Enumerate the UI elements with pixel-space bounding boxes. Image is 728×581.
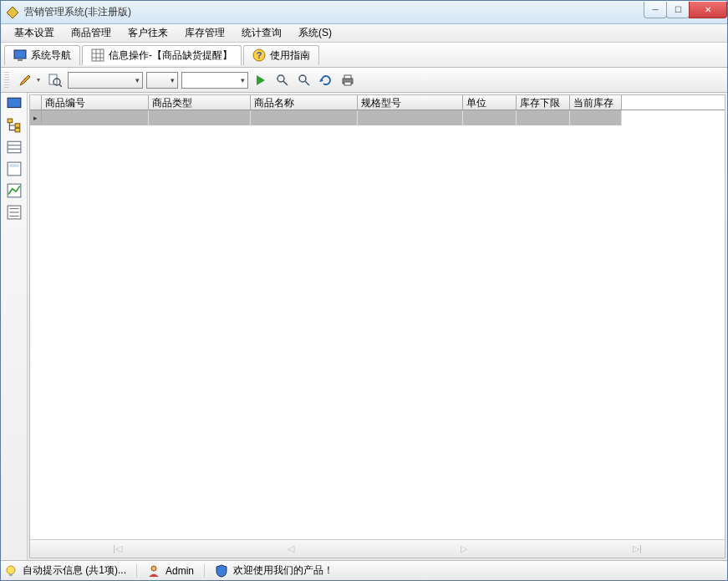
edit-button[interactable]: ▾: [16, 71, 43, 89]
sidebar-chart-icon[interactable]: [7, 183, 22, 198]
row-header-corner[interactable]: [30, 95, 42, 110]
minimize-button[interactable]: ─: [644, 2, 667, 18]
tab-user-guide[interactable]: ? 使用指南: [243, 45, 319, 65]
bulb-icon: [4, 564, 18, 578]
nav-last-button[interactable]: ▷|: [633, 543, 642, 554]
printer-icon: [341, 74, 354, 87]
magnify-icon: [298, 74, 311, 87]
refresh-icon: [319, 74, 333, 87]
page-magnify-icon: [48, 74, 62, 87]
sidebar-form-icon[interactable]: [7, 161, 22, 176]
cell: [463, 110, 517, 125]
play-icon: [255, 74, 267, 86]
svg-rect-23: [8, 119, 13, 123]
svg-rect-22: [8, 98, 21, 107]
tab-label: 系统导航: [31, 48, 71, 63]
svg-text:?: ?: [257, 50, 262, 60]
nav-first-button[interactable]: |◁: [113, 543, 122, 554]
menubar: 基本设置 商品管理 客户往来 库存管理 统计查询 系统(S): [1, 24, 727, 43]
separator: [136, 564, 137, 578]
table-row[interactable]: ▸: [30, 110, 725, 125]
cell: [251, 110, 358, 125]
run-button[interactable]: [252, 71, 270, 89]
tab-info-operation[interactable]: 信息操作-【商品缺货提醒】: [82, 45, 242, 65]
svg-line-12: [59, 84, 62, 87]
grid-header: 商品编号 商品类型 商品名称 规格型号 单位 库存下限 当前库存: [30, 95, 725, 110]
record-navigator: |◁ ◁ ▷ ▷|: [30, 539, 725, 558]
sidebar-list-icon[interactable]: [7, 205, 22, 220]
maximize-button[interactable]: ☐: [666, 2, 690, 18]
column-header-product-name[interactable]: 商品名称: [251, 95, 358, 110]
column-header-current-stock[interactable]: 当前库存: [570, 95, 622, 110]
filter-combo-3[interactable]: [181, 72, 248, 89]
svg-rect-24: [15, 124, 20, 128]
svg-marker-0: [7, 7, 18, 18]
filter-combo-1[interactable]: [68, 72, 143, 89]
svg-marker-18: [319, 79, 323, 82]
shield-icon: [215, 564, 228, 578]
sidebar-tree-icon[interactable]: [7, 118, 22, 133]
chevron-down-icon: ▾: [34, 71, 43, 89]
print-button[interactable]: [339, 71, 357, 89]
menu-statistics[interactable]: 统计查询: [233, 24, 290, 42]
cell: [149, 110, 251, 125]
svg-rect-21: [344, 82, 351, 85]
cell: [42, 110, 149, 125]
svg-rect-30: [9, 164, 18, 166]
app-icon: [6, 6, 19, 19]
menu-system[interactable]: 系统(S): [290, 24, 340, 42]
svg-point-14: [277, 75, 284, 82]
cell: [570, 110, 622, 125]
tab-system-nav[interactable]: 系统导航: [4, 45, 80, 65]
app-window: 营销管理系统(非注册版) ─ ☐ ✕ 基本设置 商品管理 客户往来 库存管理 统…: [0, 0, 728, 581]
column-header-product-code[interactable]: 商品编号: [42, 95, 149, 110]
svg-rect-2: [18, 59, 23, 61]
separator: [204, 564, 205, 578]
search-button-2[interactable]: [295, 71, 313, 89]
status-hint[interactable]: 自动提示信息 (共1项)...: [23, 563, 126, 578]
row-indicator-icon: ▸: [30, 110, 42, 125]
svg-rect-3: [92, 49, 104, 61]
column-header-product-type[interactable]: 商品类型: [149, 95, 251, 110]
menu-inventory[interactable]: 库存管理: [176, 24, 233, 42]
status-user: Admin: [165, 565, 194, 577]
menu-customer[interactable]: 客户往来: [120, 24, 176, 42]
svg-point-36: [7, 566, 15, 574]
nav-next-button[interactable]: ▷: [461, 543, 467, 554]
column-header-spec[interactable]: 规格型号: [358, 95, 463, 110]
help-icon: ?: [252, 48, 266, 62]
svg-line-17: [305, 81, 309, 85]
menu-basic-settings[interactable]: 基本设置: [6, 24, 63, 42]
status-welcome: 欢迎使用我们的产品！: [233, 563, 333, 578]
toolbar: ▾: [1, 68, 727, 93]
svg-marker-13: [257, 75, 265, 85]
main-panel: 商品编号 商品类型 商品名称 规格型号 单位 库存下限 当前库存 ▸: [29, 94, 725, 558]
sidebar-monitor-icon[interactable]: [7, 96, 22, 111]
statusbar: 自动提示信息 (共1项)... Admin 欢迎使用我们的产品！: [1, 560, 727, 580]
magnify-icon: [276, 74, 289, 87]
window-buttons: ─ ☐ ✕: [644, 2, 727, 18]
tab-label: 信息操作-【商品缺货提醒】: [109, 48, 232, 63]
preview-button[interactable]: [46, 71, 64, 89]
nav-prev-button[interactable]: ◁: [288, 543, 294, 554]
column-header-unit[interactable]: 单位: [463, 95, 517, 110]
svg-rect-20: [344, 75, 351, 79]
user-icon: [147, 564, 160, 578]
svg-line-15: [283, 81, 288, 85]
cell: [358, 110, 463, 125]
menu-product-manage[interactable]: 商品管理: [63, 24, 120, 42]
svg-point-38: [151, 566, 156, 571]
data-grid: 商品编号 商品类型 商品名称 规格型号 单位 库存下限 当前库存 ▸: [30, 95, 725, 539]
search-button-1[interactable]: [273, 71, 292, 89]
grid-body[interactable]: ▸: [30, 110, 725, 539]
refresh-button[interactable]: [317, 71, 335, 89]
close-button[interactable]: ✕: [689, 2, 727, 18]
tabbar: 系统导航 信息操作-【商品缺货提醒】 ? 使用指南: [1, 43, 727, 68]
body: 商品编号 商品类型 商品名称 规格型号 单位 库存下限 当前库存 ▸: [1, 93, 727, 560]
sidebar-table-icon[interactable]: [7, 140, 22, 155]
filter-combo-2[interactable]: [146, 72, 178, 89]
tab-label: 使用指南: [270, 48, 310, 63]
pencil-icon: [18, 74, 32, 87]
svg-rect-1: [14, 50, 26, 59]
column-header-min-stock[interactable]: 库存下限: [517, 95, 570, 110]
